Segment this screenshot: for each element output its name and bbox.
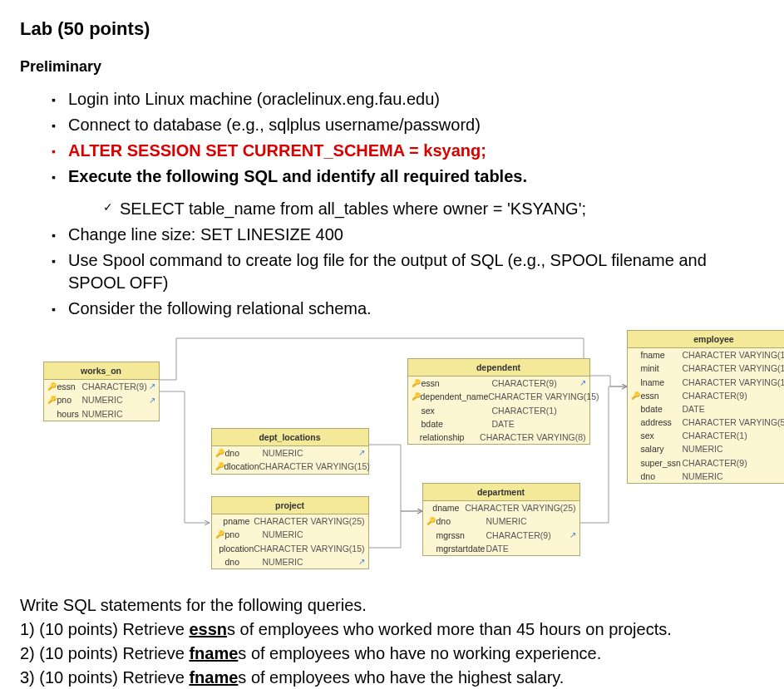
column-type: DATE [683,403,705,415]
column-type: CHARACTER(9) [683,390,747,401]
column-name: dno [641,470,683,482]
question-3: 3) (10 points) Retrieve fnames of employ… [20,667,764,689]
column-name: dependent_name [421,391,489,402]
list-item: Consider the following relational schema… [20,298,764,320]
key-icon: 🔑 [412,378,422,388]
q-underline: fname [189,668,238,687]
column-type: CHARACTER VARYING(15) [259,460,370,472]
fk-arrow-icon: ↗ [149,381,155,392]
column-type: CHARACTER VARYING(15) [683,376,785,388]
er-diagram: works_on 🔑essnCHARACTER(9)↗🔑pnoNUMERIC↗h… [35,330,750,588]
section-subtitle: Preliminary [20,57,764,76]
q-text: s of employees who have no working exper… [238,644,601,662]
column-type: CHARACTER(1) [683,430,747,441]
preliminary-list-2: Change line size: SET LINESIZE 400 Use S… [20,224,764,320]
column-name: dno [436,515,486,527]
column-name: relationship [420,431,480,443]
column-name: plocation [219,543,254,554]
column-name: sex [422,405,492,416]
table-column: 🔑dlocationCHARACTER VARYING(15) [212,460,368,473]
list-item-execute-sql: Execute the following SQL and identify a… [20,165,764,188]
preliminary-list: Login into Linux machine (oraclelinux.en… [20,88,764,188]
list-item: Use Spool command to create log file for… [20,249,764,294]
table-column: mgrstartdateDATE [423,542,579,555]
column-name: pno [225,529,263,540]
table-column: mgrssnCHARACTER(9)↗ [423,529,579,542]
fk-arrow-icon: ↗ [358,447,365,459]
q-text: 3) (10 points) Retrieve [20,668,189,687]
column-name: essn [57,381,82,392]
column-type: NUMERIC [82,394,123,406]
list-item: Connect to database (e.g., sqlplus usern… [20,114,764,136]
table-column: bdateDATE [628,402,785,416]
column-type: NUMERIC [683,443,723,455]
key-icon: 🔑 [215,461,224,471]
fk-arrow-icon: ↗ [570,529,576,541]
table-project: project pnameCHARACTER VARYING(25)🔑pnoNU… [211,496,369,569]
table-works-on: works_on 🔑essnCHARACTER(9)↗🔑pnoNUMERIC↗h… [43,362,160,421]
column-name: lname [641,376,683,388]
key-icon: 🔑 [215,448,225,458]
fk-arrow-icon: ↗ [149,395,155,406]
key-icon: 🔑 [427,516,436,526]
table-column: hoursNUMERIC [44,407,159,421]
key-icon: 🔑 [631,391,641,401]
table-column: 🔑dnoNUMERIC↗ [212,446,368,460]
page-title: Lab (50 points) [20,17,764,42]
column-type: NUMERIC [486,515,527,527]
column-name: dname [432,502,465,514]
question-1: 1) (10 points) Retrieve essns of employe… [20,618,764,641]
table-column: pnameCHARACTER VARYING(25) [212,514,368,528]
table-column: sexCHARACTER(1) [628,429,785,442]
q-text: s of employees who have the highest sala… [238,668,564,687]
table-column: fnameCHARACTER VARYING(15) [628,348,785,362]
column-type: CHARACTER VARYING(15) [254,543,364,554]
column-name: salary [641,443,683,455]
column-name: address [641,416,683,428]
table-column: salaryNUMERIC [628,442,785,455]
column-type: NUMERIC [263,447,303,459]
list-item-alter-session: ALTER SESSION SET CURRENT_SCHEMA = ksyan… [20,140,764,162]
fk-arrow-icon: ↗ [579,377,586,389]
column-name: fname [641,349,683,361]
column-type: CHARACTER VARYING(25) [254,515,364,527]
column-type: NUMERIC [82,408,123,420]
table-column: addressCHARACTER VARYING(50) [628,416,785,429]
column-name: essn [641,390,683,401]
table-column: 🔑essnCHARACTER(9)↗ [44,380,159,393]
column-type: CHARACTER(9) [82,381,147,392]
table-dependent: dependent 🔑essnCHARACTER(9)↗🔑dependent_n… [407,358,590,445]
q-underline: essn [189,620,227,638]
table-column: 🔑pnoNUMERIC [212,528,368,541]
column-type: NUMERIC [263,556,303,568]
column-type: CHARACTER VARYING(1) [683,362,785,374]
column-type: CHARACTER VARYING(8) [480,431,585,443]
q-underline: fname [189,644,238,662]
column-type: CHARACTER VARYING(25) [465,502,575,514]
column-name: hours [57,408,82,420]
column-type: DATE [486,543,509,554]
table-column: 🔑essnCHARACTER(9) [628,389,785,402]
column-name: bdate [641,403,683,415]
column-name: mgrstartdate [436,543,486,554]
question-2: 2) (10 points) Retrieve fnames of employ… [20,642,764,665]
table-column: relationshipCHARACTER VARYING(8) [408,431,589,444]
key-icon: 🔑 [47,381,57,391]
fk-arrow-icon: ↗ [358,556,365,568]
list-item: Login into Linux machine (oraclelinux.en… [20,88,764,111]
key-icon: 🔑 [215,529,225,539]
column-name: mgrssn [436,529,486,541]
column-name: pno [57,394,82,406]
table-title: dependent [408,359,589,376]
table-column: dnameCHARACTER VARYING(25) [423,501,579,514]
column-type: CHARACTER VARYING(15) [683,349,785,361]
column-name: pname [223,515,254,527]
column-name: essn [422,377,492,389]
q-text: s of employees who worked more than 45 h… [227,620,672,638]
table-column: dnoNUMERIC [628,470,785,483]
column-type: DATE [492,418,515,430]
sub-list-item: SELECT table_name from all_tables where … [20,198,764,220]
column-type: CHARACTER VARYING(50) [683,416,785,428]
column-type: CHARACTER(9) [492,377,557,389]
column-name: dno [225,556,263,568]
